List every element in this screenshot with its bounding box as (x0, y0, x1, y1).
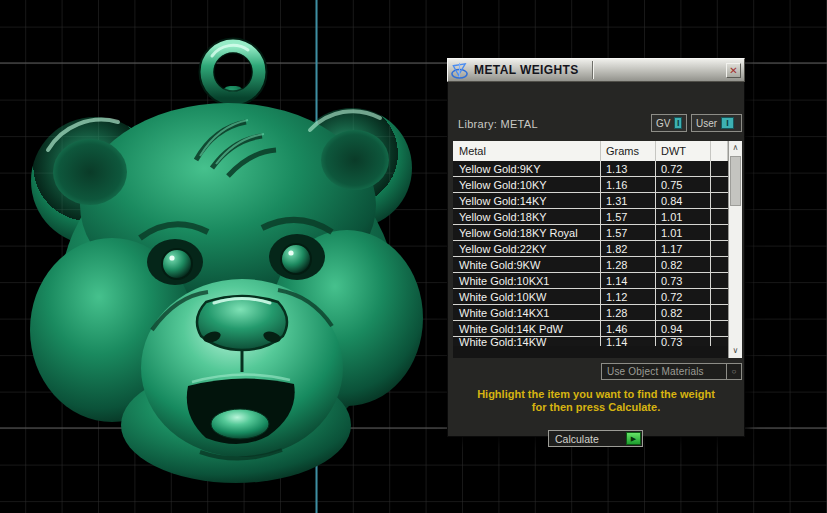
right-eye (281, 244, 311, 274)
close-icon[interactable]: ✕ (726, 63, 741, 78)
cell-metal: Yellow Gold:10KY (453, 177, 601, 192)
left-eye-specular (169, 255, 174, 260)
instruction-line-2: for then press Calculate. (448, 401, 744, 414)
scrollbar-thumb[interactable] (730, 156, 741, 206)
cell-grams: 1.28 (601, 257, 656, 272)
cell-metal: White Gold:14KX1 (453, 305, 601, 320)
cell-dwt: 0.82 (656, 305, 711, 320)
library-value: METAL (500, 118, 537, 130)
cell-dwt: 0.73 (656, 273, 711, 288)
instruction-text: Highlight the item you want to find the … (448, 388, 744, 414)
table-row[interactable]: White Gold:10KW 1.12 0.72 (453, 289, 728, 305)
cell-grams: 1.46 (601, 321, 656, 336)
scroll-down-icon[interactable]: ∨ (729, 344, 742, 358)
col-dwt: DWT (656, 141, 711, 161)
dialog-titlebar[interactable]: METAL WEIGHTS ✕ (447, 58, 745, 82)
scroll-up-icon[interactable]: ∧ (729, 141, 742, 155)
dialog-body: Library: METAL GV I User I Metal Grams D… (447, 82, 745, 437)
cell-grams: 1.12 (601, 289, 656, 304)
metal-weights-dialog: METAL WEIGHTS ✕ Library: METAL GV I User… (447, 58, 745, 437)
cell-dwt: 1.01 (656, 225, 711, 240)
cad-workspace: METAL WEIGHTS ✕ Library: METAL GV I User… (0, 0, 827, 513)
left-eye (162, 249, 192, 279)
table-row[interactable]: Yellow Gold:9KY 1.13 0.72 (453, 161, 728, 177)
cell-dwt: 1.01 (656, 209, 711, 224)
table-scrollbar[interactable]: ∧ ∨ (728, 141, 742, 358)
cell-dwt: 0.82 (656, 257, 711, 272)
gv-label: GV (656, 118, 670, 129)
dropdown-label: Use Object Materials (602, 366, 726, 377)
dialog-title: METAL WEIGHTS (474, 63, 579, 77)
cell-grams: 1.14 (601, 273, 656, 288)
table-row[interactable]: White Gold:14K PdW 1.46 0.94 (453, 321, 728, 337)
cell-metal: Yellow Gold:18KY Royal (453, 225, 601, 240)
library-label: Library: METAL (458, 118, 538, 130)
cell-grams: 1.82 (601, 241, 656, 256)
col-metal: Metal (453, 141, 601, 161)
cell-dwt: 0.94 (656, 321, 711, 336)
bear-tongue (211, 409, 269, 439)
cell-metal: Yellow Gold:22KY (453, 241, 601, 256)
table-row[interactable]: Yellow Gold:22KY 1.82 1.17 (453, 241, 728, 257)
bear-left-inner-ear (53, 139, 127, 205)
cell-dwt: 0.73 (656, 337, 711, 346)
cell-dwt: 0.72 (656, 289, 711, 304)
cell-metal: Yellow Gold:14KY (453, 193, 601, 208)
table-header: Metal Grams DWT (453, 141, 728, 161)
cell-dwt: 0.84 (656, 193, 711, 208)
cell-grams: 1.13 (601, 161, 656, 176)
col-grams: Grams (601, 141, 656, 161)
calculate-arrow-icon: ▶ (626, 432, 641, 445)
cell-grams: 1.28 (601, 305, 656, 320)
scrollbar-track[interactable] (729, 206, 742, 344)
cell-grams: 1.57 (601, 225, 656, 240)
calculate-label: Calculate (549, 433, 626, 445)
col-filler (711, 141, 728, 161)
gemvision-top-icon (450, 61, 469, 80)
cell-metal: White Gold:14K PdW (453, 321, 601, 336)
use-object-materials-dropdown[interactable]: Use Object Materials ○ (601, 363, 742, 380)
table-row[interactable]: Yellow Gold:14KY 1.31 0.84 (453, 193, 728, 209)
table-row[interactable]: Yellow Gold:18KY 1.57 1.01 (453, 209, 728, 225)
table-row[interactable]: White Gold:10KX1 1.14 0.73 (453, 273, 728, 289)
table-row[interactable]: White Gold:14KW 1.14 0.73 (453, 337, 728, 346)
cell-metal: White Gold:14KW (453, 337, 601, 346)
cell-metal: Yellow Gold:18KY (453, 209, 601, 224)
instruction-line-1: Highlight the item you want to find the … (448, 388, 744, 401)
cell-metal: Yellow Gold:9KY (453, 161, 601, 176)
cell-grams: 1.14 (601, 337, 656, 346)
titlebar-divider (592, 61, 594, 79)
right-eye-specular (288, 250, 293, 255)
cell-grams: 1.31 (601, 193, 656, 208)
table-row[interactable]: White Gold:14KX1 1.28 0.82 (453, 305, 728, 321)
cell-metal: White Gold:10KX1 (453, 273, 601, 288)
user-label: User (696, 118, 717, 129)
library-caption: Library: (458, 118, 497, 130)
gv-toggle-button[interactable]: GV I (651, 114, 687, 132)
cell-metal: White Gold:10KW (453, 289, 601, 304)
table-row[interactable]: Yellow Gold:18KY Royal 1.57 1.01 (453, 225, 728, 241)
gv-indicator: I (674, 117, 682, 129)
metal-weights-table: Metal Grams DWT Yellow Gold:9KY 1.13 0.7… (453, 141, 742, 358)
bear-right-inner-ear (321, 130, 389, 190)
calculate-button[interactable]: Calculate ▶ (548, 430, 643, 447)
table-row[interactable]: Yellow Gold:10KY 1.16 0.75 (453, 177, 728, 193)
dropdown-circle-icon[interactable]: ○ (726, 364, 741, 379)
cell-grams: 1.57 (601, 209, 656, 224)
table-rows: Yellow Gold:9KY 1.13 0.72 Yellow Gold:10… (453, 161, 728, 358)
cell-dwt: 0.75 (656, 177, 711, 192)
cell-metal: White Gold:9KW (453, 257, 601, 272)
cell-dwt: 1.17 (656, 241, 711, 256)
cell-grams: 1.16 (601, 177, 656, 192)
table-row[interactable]: White Gold:9KW 1.28 0.82 (453, 257, 728, 273)
user-toggle-button[interactable]: User I (691, 114, 742, 132)
user-indicator: I (721, 117, 734, 129)
cell-dwt: 0.72 (656, 161, 711, 176)
